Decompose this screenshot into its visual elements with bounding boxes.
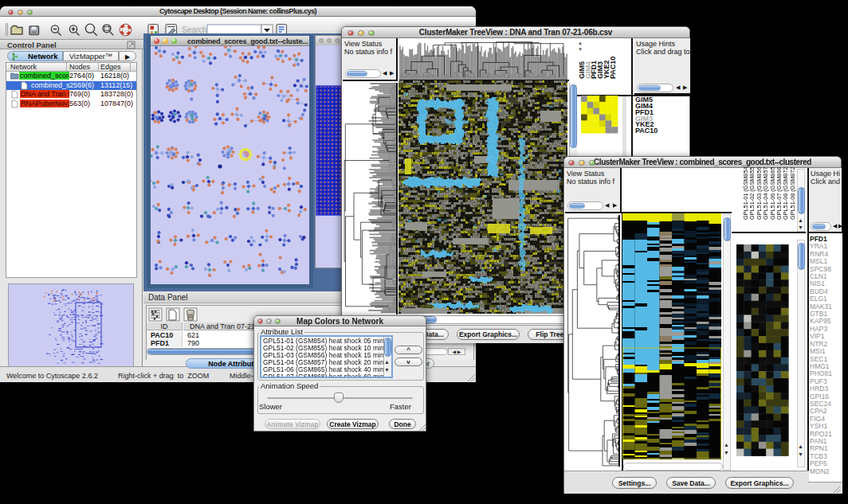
svg-text:PAC10: PAC10 — [609, 57, 617, 79]
svg-text:GPL51-08 (GSM872): GPL51-08 (GSM872) — [789, 167, 796, 220]
